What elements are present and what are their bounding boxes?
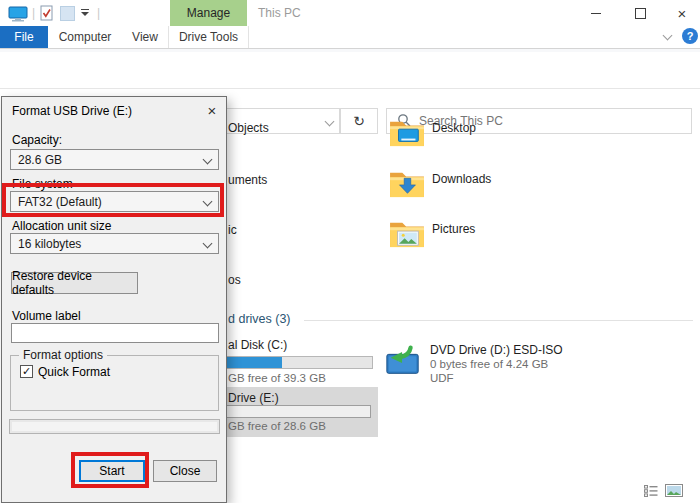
dvd-drive-label[interactable]: DVD Drive (D:) ESD-ISO [430,343,563,357]
tab-file-label: File [14,30,33,44]
downloads-folder-icon[interactable] [388,167,426,202]
chevron-down-icon [203,155,213,165]
allocation-value: 16 kilobytes [18,237,81,251]
devices-and-drives-header-partial[interactable]: d drives (3) [228,312,291,326]
this-pc-icon [8,6,28,25]
filesystem-label: File system [12,177,73,191]
tab-view[interactable]: View [122,26,168,48]
local-disk-free-space-partial: GB free of 39.3 GB [228,372,326,384]
group-header-divider [304,320,693,321]
volume-label-input[interactable] [11,323,219,343]
dialog-close-action-button[interactable]: Close [153,460,217,482]
restore-defaults-label: Restore device defaults [12,269,137,297]
restore-defaults-button[interactable]: Restore device defaults [11,272,138,294]
dialog-title: Format USB Drive (E:) [12,104,132,118]
close-button[interactable]: × [664,0,700,26]
dvd-drive-icon[interactable] [384,344,422,381]
start-button[interactable]: Start [79,460,145,482]
filesystem-dropdown[interactable]: FAT32 (Default) [10,191,219,212]
volume-label: Volume label [12,309,81,323]
chevron-down-icon [203,239,213,249]
capacity-label: Capacity: [12,133,62,147]
folder-label-documents-partial[interactable]: uments [228,173,267,187]
quick-format-checkbox[interactable]: ✓ [20,365,33,378]
allocation-label: Allocation unit size [12,219,111,233]
tab-computer[interactable]: Computer [48,26,122,48]
refresh-icon: ↻ [353,113,365,129]
manage-tab-label: Manage [187,6,230,20]
help-icon: ? [687,30,694,42]
format-dialog: Format USB Drive (E:) × Capacity: 28.6 G… [1,96,227,503]
qat-separator: | [32,6,35,20]
chevron-down-icon [203,197,213,207]
customize-toolbar-icon[interactable] [81,9,89,16]
folder-label-pictures[interactable]: Pictures [432,222,475,236]
close-button-label: Close [170,464,201,478]
folder-label-3d-objects-partial[interactable]: Objects [228,121,269,135]
details-view-icon[interactable] [644,485,658,500]
pictures-folder-icon[interactable] [388,217,426,252]
navigation-bar: ← → ↑ This PC ↻ Search This PC [0,52,700,89]
folder-label-music-partial[interactable]: ic [228,223,237,237]
dialog-close-button[interactable]: × [200,100,224,120]
properties-icon[interactable] [40,5,53,24]
close-icon: × [678,6,687,21]
thumbnail-view-icon[interactable] [665,484,683,500]
minimize-button[interactable] [578,0,614,26]
tab-drive-tools[interactable]: Drive Tools [168,26,249,48]
local-disk-usage-bar [226,356,373,369]
usb-drive-usage-bar [226,405,371,418]
close-icon: × [208,102,217,119]
ribbon-tab-row: File Computer View Drive Tools [0,26,700,49]
format-options-group: Format options ✓ Quick Format [10,355,219,411]
checkmark-icon: ✓ [22,365,31,378]
maximize-icon [635,8,646,19]
dvd-drive-filesystem: UDF [430,372,454,384]
folder-label-videos-partial[interactable]: os [228,273,241,287]
folder-label-downloads[interactable]: Downloads [432,172,491,186]
manage-contextual-tab[interactable]: Manage [170,0,247,26]
capacity-dropdown[interactable]: 28.6 GB [10,149,219,170]
maximize-button[interactable] [622,0,658,26]
format-options-label: Format options [19,348,107,362]
local-disk-label-partial[interactable]: al Disk (C:) [228,338,287,352]
new-folder-icon[interactable] [60,6,75,21]
tab-computer-label: Computer [59,30,112,44]
folder-label-desktop[interactable]: Desktop [432,121,476,135]
start-button-label: Start [99,464,124,478]
usb-drive-label-partial[interactable]: Drive (E:) [228,391,279,405]
explorer-window: | | Manage This PC × File Computer View … [0,0,700,503]
desktop-folder-icon[interactable] [388,116,426,151]
title-bar: | | Manage This PC × [0,0,700,26]
tab-view-label: View [132,30,158,44]
qat-separator: | [97,6,100,20]
capacity-value: 28.6 GB [18,153,62,167]
dvd-drive-free-space: 0 bytes free of 4.24 GB [430,358,548,370]
allocation-dropdown[interactable]: 16 kilobytes [10,233,219,254]
usb-drive-free-space-partial: GB free of 28.6 GB [228,420,326,432]
tab-file[interactable]: File [0,26,48,48]
refresh-button[interactable]: ↻ [340,108,378,134]
local-disk-usage-fill [227,357,282,368]
help-button[interactable]: ? [682,28,698,44]
address-dropdown-icon[interactable] [325,116,335,126]
minimize-icon [591,13,601,14]
tab-drive-tools-label: Drive Tools [179,30,238,44]
format-progress-track [12,422,217,431]
filesystem-value: FAT32 (Default) [18,195,102,209]
window-title: This PC [258,6,301,20]
format-progress-bar [9,419,220,434]
quick-format-label: Quick Format [38,365,110,379]
